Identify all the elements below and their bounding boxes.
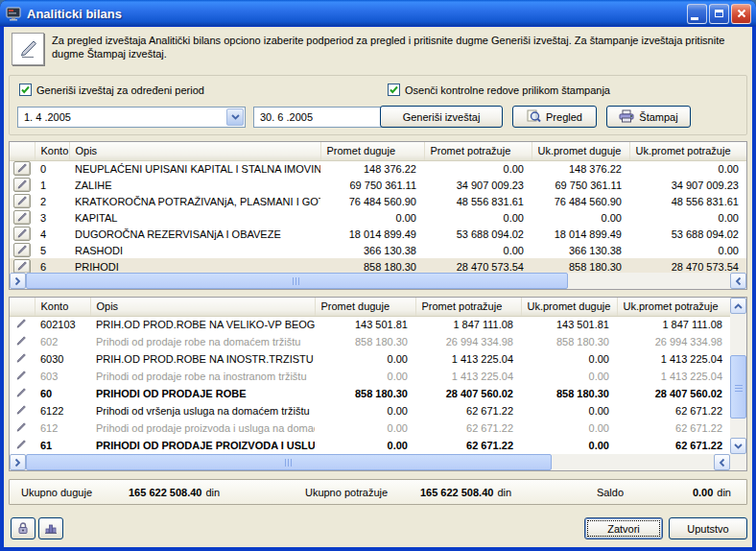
amount-cell: 858 180.30 <box>315 333 415 350</box>
column-header-ukpromet-potrazuje[interactable]: Uk.promet potražuje <box>617 298 730 316</box>
amount-cell: 148 376.22 <box>532 160 629 177</box>
generate-report-button[interactable]: Generiši izveštaj <box>380 106 503 128</box>
table-row[interactable]: 6122Prihodi od vršenja usluga na domaćem… <box>10 402 730 419</box>
column-header-konto[interactable]: Konto <box>35 142 69 160</box>
help-button[interactable]: Uputstvo <box>669 517 747 539</box>
date-from-combobox[interactable]: 1. 4 .2005 <box>17 107 246 128</box>
table-row[interactable]: 60PRIHODI OD PRODAJE ROBE858 180.3028 40… <box>10 385 730 402</box>
amount-cell: 34 907 009.23 <box>424 177 532 193</box>
column-header-ukpromet-duguje[interactable]: Uk.promet duguje <box>532 142 629 160</box>
column-header-opis[interactable]: Opis <box>90 298 315 316</box>
column-header-ukpromet-potrazuje[interactable]: Uk.promet potražuje <box>629 142 746 160</box>
amount-cell: 76 484 560.90 <box>532 193 629 209</box>
edit-pencil-icon[interactable] <box>13 178 31 192</box>
column-header-icon[interactable] <box>10 298 35 316</box>
scroll-up-arrow-icon[interactable] <box>730 298 746 314</box>
edit-pencil-icon[interactable] <box>13 243 31 257</box>
total-credit-value: 165 622 508.40 <box>420 487 493 498</box>
amount-cell: 0.00 <box>315 350 415 368</box>
column-header-konto[interactable]: Konto <box>35 298 90 316</box>
saldo-value: 0.00 <box>693 487 713 498</box>
konto-cell: 6122 <box>35 402 90 419</box>
chart-button[interactable] <box>38 517 63 539</box>
edit-pencil-icon[interactable] <box>13 421 29 434</box>
checkbox-generate-period[interactable]: Generiši izveštaj za određeni period <box>19 84 204 96</box>
minimize-icon <box>691 17 698 20</box>
scrollbar-thumb[interactable] <box>26 273 568 289</box>
edit-pencil-icon[interactable] <box>13 370 29 382</box>
table-row[interactable]: 602103PRIH.OD PROD.ROBE NA VELIKO-VP BEO… <box>10 316 730 333</box>
column-header-ukpromet-duguje[interactable]: Uk.promet duguje <box>521 298 617 316</box>
chevron-down-icon[interactable] <box>226 108 244 126</box>
opis-cell: PRIHODI OD PRODAJE ROBE <box>90 385 315 402</box>
edit-pencil-icon[interactable] <box>13 335 29 347</box>
edit-pencil-icon[interactable] <box>13 318 29 330</box>
edit-pencil-icon[interactable] <box>13 259 31 273</box>
konto-cell: 5 <box>35 242 69 258</box>
scroll-right-arrow-icon[interactable] <box>714 454 730 470</box>
amount-cell: 48 556 831.61 <box>424 193 532 209</box>
opis-cell: PRIH.OD PROD.ROBE NA INOSTR.TRZISTU <box>90 350 315 368</box>
saldo-label: Saldo <box>597 487 693 498</box>
column-header-promet-duguje[interactable]: Promet duguje <box>320 142 424 160</box>
titlebar[interactable]: Analiticki bilans <box>0 0 756 27</box>
close-button[interactable] <box>731 4 751 24</box>
table-row[interactable]: 0NEUPLAĆENI UPISANI KAPITAL I STALNA IMO… <box>10 160 746 177</box>
horizontal-scrollbar[interactable] <box>10 454 730 470</box>
table-row[interactable]: 61PRIHODI OD PRODAJE PROIZVODA I USLUGA0… <box>10 437 730 454</box>
scrollbar-thumb[interactable] <box>730 355 746 419</box>
scroll-right-arrow-icon[interactable] <box>730 273 746 289</box>
total-credit-label: Ukupno potražuje <box>305 487 420 498</box>
checkbox-shade-control-rows[interactable]: Osenči kontrolne redove prilikom štampan… <box>388 84 610 96</box>
edit-pencil-icon[interactable] <box>13 352 29 365</box>
table-row[interactable]: 603Prihodi od prodaje robe na inostranom… <box>10 368 730 385</box>
column-header-opis[interactable]: Opis <box>69 142 320 160</box>
edit-pencil-icon[interactable] <box>13 404 29 417</box>
horizontal-scrollbar[interactable] <box>10 273 746 289</box>
scrollbar-thumb[interactable] <box>26 454 552 470</box>
table-row[interactable]: 2KRATKOROČNA POTRAŽIVANjA, PLASMANI I GO… <box>10 193 746 209</box>
amount-cell: 858 180.30 <box>521 385 617 402</box>
close-dialog-button[interactable]: Zatvori <box>584 517 663 539</box>
amount-cell: 0.00 <box>315 402 415 419</box>
lock-button[interactable] <box>11 517 35 539</box>
vertical-scrollbar[interactable] <box>730 298 746 454</box>
amount-cell: 28 470 573.54 <box>629 258 746 273</box>
edit-pencil-icon[interactable] <box>13 210 31 225</box>
amount-cell: 858 180.30 <box>532 258 629 273</box>
amount-cell: 0.00 <box>521 419 617 437</box>
amount-cell: 62 671.22 <box>617 419 730 437</box>
table-row[interactable]: 3KAPITAL0.000.000.000.00 <box>10 209 746 226</box>
print-button[interactable]: Štampaj <box>606 106 691 128</box>
help-label: Uputstvo <box>687 523 728 535</box>
row-icon-cell <box>10 226 35 242</box>
row-icon-cell <box>10 350 35 368</box>
scroll-down-arrow-icon[interactable] <box>730 438 746 454</box>
edit-pencil-icon[interactable] <box>13 439 29 451</box>
app-icon <box>6 6 22 22</box>
scroll-left-arrow-icon[interactable] <box>10 273 26 289</box>
total-debit-unit: din <box>205 487 220 498</box>
minimize-button[interactable] <box>687 4 707 24</box>
printer-icon <box>619 109 634 125</box>
table-row[interactable]: 1ZALIHE69 750 361.1134 907 009.2369 750 … <box>10 177 746 193</box>
preview-button[interactable]: Pregled <box>512 106 597 128</box>
column-header-promet-duguje[interactable]: Promet duguje <box>315 298 415 316</box>
column-header-promet-potrazuje[interactable]: Promet potražuje <box>424 142 532 160</box>
table-row[interactable]: 602Prihodi od prodaje robe na domaćem tr… <box>10 333 730 350</box>
table-row[interactable]: 5RASHODI366 130.380.00366 130.380.00 <box>10 242 746 258</box>
column-header-icon[interactable] <box>10 142 35 160</box>
table-row[interactable]: 6030PRIH.OD PROD.ROBE NA INOSTR.TRZISTU0… <box>10 350 730 368</box>
edit-pencil-icon[interactable] <box>13 194 31 208</box>
edit-pencil-icon[interactable] <box>13 387 29 399</box>
table-row[interactable]: 612Prihodi od prodaje proizvoda i usluga… <box>10 419 730 437</box>
row-icon-cell <box>10 177 35 193</box>
column-header-promet-potrazuje[interactable]: Promet potražuje <box>415 298 521 316</box>
scroll-left-arrow-icon[interactable] <box>10 454 26 470</box>
maximize-button[interactable] <box>709 4 729 24</box>
table-row[interactable]: 4DUGOROČNA REZERVISANjA I OBAVEZE18 014 … <box>10 226 746 242</box>
edit-pencil-icon[interactable] <box>13 161 31 176</box>
table-row[interactable]: 6PRIHODI858 180.3028 470 573.54858 180.3… <box>10 258 746 273</box>
edit-pencil-icon[interactable] <box>13 227 31 241</box>
close-dialog-label: Zatvori <box>607 523 640 535</box>
